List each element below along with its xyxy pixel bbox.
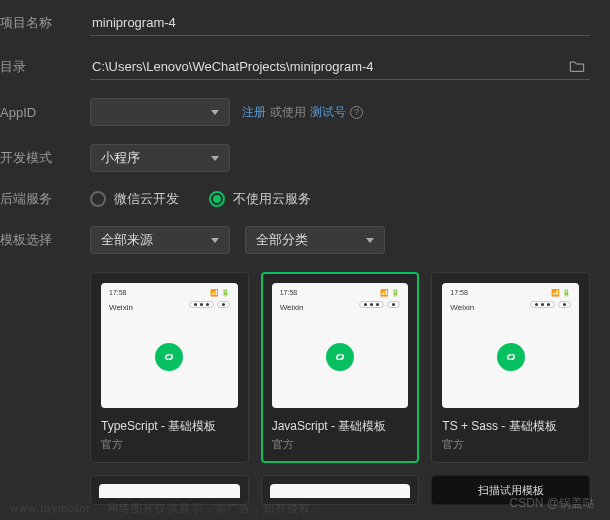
template-preview: 17:58 📶🔋 Weixin (272, 283, 409, 408)
template-author: 官方 (272, 437, 409, 452)
template-name: JavaScript - 基础模板 (272, 418, 409, 435)
wechat-icon (155, 343, 183, 371)
watermark: CSDN @锅盖哒 (509, 495, 595, 512)
project-name-label: 项目名称 (0, 14, 90, 32)
directory-input[interactable] (90, 54, 590, 80)
appid-select[interactable] (90, 98, 230, 126)
radio-label: 不使用云服务 (233, 190, 311, 208)
radio-wechat-cloud[interactable]: 微信云开发 (90, 190, 179, 208)
radio-icon (90, 191, 106, 207)
radio-no-cloud[interactable]: 不使用云服务 (209, 190, 311, 208)
test-account-link[interactable]: 测试号 (310, 104, 346, 121)
help-icon[interactable]: ? (350, 106, 363, 119)
template-card[interactable]: 17:58 📶🔋 Weixin TypeScript - 基础模板 官方 (90, 272, 249, 463)
wechat-icon (326, 343, 354, 371)
folder-icon[interactable] (569, 59, 585, 76)
appid-label: AppID (0, 105, 90, 120)
register-link[interactable]: 注册 (242, 104, 266, 121)
template-name: TypeScript - 基础模板 (101, 418, 238, 435)
template-label: 模板选择 (0, 231, 90, 249)
project-name-input[interactable] (90, 10, 590, 36)
bg-watermark: www.toymotor... 网络图片仅供展示，非广告，如有侵权... (10, 501, 323, 516)
dev-mode-select[interactable]: 小程序 (90, 144, 230, 172)
template-preview: 17:58 📶🔋 Weixin (442, 283, 579, 408)
template-name: TS + Sass - 基础模板 (442, 418, 579, 435)
radio-label: 微信云开发 (114, 190, 179, 208)
wechat-icon (497, 343, 525, 371)
or-use-text: 或使用 (270, 104, 306, 121)
dev-mode-label: 开发模式 (0, 149, 90, 167)
template-author: 官方 (442, 437, 579, 452)
template-preview: 17:58 📶🔋 Weixin (101, 283, 238, 408)
backend-label: 后端服务 (0, 190, 90, 208)
chevron-down-icon (211, 110, 219, 115)
chevron-down-icon (211, 238, 219, 243)
directory-label: 目录 (0, 58, 90, 76)
template-grid: 17:58 📶🔋 Weixin TypeScript - 基础模板 官方 17:… (0, 272, 590, 463)
template-card[interactable]: 17:58 📶🔋 Weixin TS + Sass - 基础模板 官方 (431, 272, 590, 463)
template-author: 官方 (101, 437, 238, 452)
template-card[interactable]: 17:58 📶🔋 Weixin JavaScript - 基础模板 官方 (261, 272, 420, 463)
radio-icon (209, 191, 225, 207)
chevron-down-icon (211, 156, 219, 161)
chevron-down-icon (366, 238, 374, 243)
template-source-select[interactable]: 全部来源 (90, 226, 230, 254)
template-category-select[interactable]: 全部分类 (245, 226, 385, 254)
